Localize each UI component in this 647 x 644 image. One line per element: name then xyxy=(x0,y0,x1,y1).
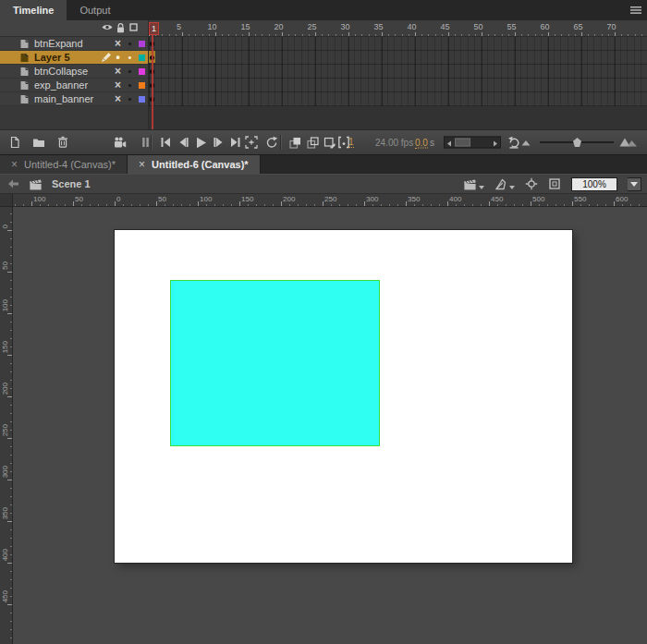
layer-row-exp_banner[interactable]: exp_banner×• xyxy=(0,79,148,92)
layer-pane-empty-area xyxy=(0,106,148,129)
h-ruler-tick xyxy=(239,201,240,206)
frame-number-25: 25 xyxy=(307,22,316,31)
layer-page-icon xyxy=(19,94,30,104)
loop-playback-button[interactable] xyxy=(262,133,282,152)
clip-content-button[interactable] xyxy=(548,177,561,190)
v-ruler-tick xyxy=(7,355,12,356)
layer-row-btncollapse[interactable]: btnCollapse×• xyxy=(0,65,148,79)
frame-number-60: 60 xyxy=(540,22,549,31)
frames-row-btnexpand[interactable] xyxy=(149,37,647,51)
v-ruler-label: 150 xyxy=(1,341,9,353)
close-icon[interactable]: × xyxy=(139,159,145,170)
layer-row-main_banner[interactable]: main_banner×• xyxy=(0,92,148,106)
playhead-line[interactable] xyxy=(152,35,153,129)
h-ruler-label: 400 xyxy=(449,195,461,203)
frames-row-btncollapse[interactable] xyxy=(149,65,647,79)
zoom-dropdown-button[interactable] xyxy=(628,177,641,191)
h-ruler-tick xyxy=(572,201,573,206)
h-ruler-tick xyxy=(489,201,490,206)
frame-size-slider[interactable] xyxy=(540,136,614,149)
layer-row-layer-5[interactable]: Layer 5•• xyxy=(0,51,148,65)
close-icon[interactable]: × xyxy=(11,159,18,170)
layer-name: btnCollapse xyxy=(34,66,100,77)
stage[interactable] xyxy=(115,230,572,563)
outline-all-layers-icon[interactable] xyxy=(129,23,138,31)
v-ruler-tick xyxy=(7,438,12,439)
add-camera-button[interactable] xyxy=(110,133,130,152)
delete-layer-button[interactable] xyxy=(53,133,73,152)
lock-all-layers-icon[interactable] xyxy=(116,23,126,33)
timeline-frame-ruler[interactable]: 1 510152025303540455055606570 xyxy=(149,20,647,37)
h-ruler-tick xyxy=(73,201,74,206)
panel-menu-icon[interactable] xyxy=(629,5,642,16)
edit-symbols-button[interactable] xyxy=(494,178,515,190)
layer-visibility-toggle[interactable]: × xyxy=(112,79,124,91)
layer-outline-swatch[interactable] xyxy=(136,79,148,91)
frames-row-layer-5[interactable] xyxy=(149,51,647,65)
slider-thumb[interactable] xyxy=(573,138,581,147)
h-ruler-label: 50 xyxy=(75,195,83,203)
ruler-corner xyxy=(0,194,13,207)
timeline-scrollbar[interactable] xyxy=(444,137,501,149)
active-layer-pencil-icon xyxy=(100,79,112,91)
layer-lock-toggle[interactable]: • xyxy=(124,92,136,105)
h-ruler-tick xyxy=(614,201,615,206)
flash-timeline-workspace: Timeline Output btnExpand×•Layer 5••btnC xyxy=(0,0,647,644)
vertical-ruler[interactable]: 050100150200250300350400450 xyxy=(0,207,13,644)
v-ruler-label: 250 xyxy=(1,424,9,436)
elapsed-time-value: 0.0 xyxy=(415,138,428,149)
current-frame-field[interactable]: 1 xyxy=(348,137,354,148)
new-layer-button[interactable] xyxy=(5,133,25,152)
back-arrow-icon[interactable] xyxy=(7,178,19,189)
h-ruler-tick xyxy=(406,201,407,206)
h-ruler-tick xyxy=(364,201,365,206)
v-ruler-tick xyxy=(7,272,12,273)
frames-row-main_banner[interactable] xyxy=(149,92,647,106)
new-folder-button[interactable] xyxy=(29,133,49,152)
v-ruler-label: 0 xyxy=(1,225,9,228)
zoom-value: 100% xyxy=(582,179,606,189)
zoom-level-input[interactable]: 100% xyxy=(571,177,617,191)
layer-visibility-toggle[interactable]: × xyxy=(112,92,124,105)
center-frame-button[interactable] xyxy=(241,133,262,152)
show-hide-all-layers-eye-icon[interactable] xyxy=(102,23,113,31)
cyan-rectangle-shape[interactable] xyxy=(170,280,380,446)
parenting-view-button[interactable] xyxy=(135,133,155,152)
h-ruler-tick xyxy=(156,201,157,206)
doc-tab-untitled-6[interactable]: × Untitled-6 (Canvas)* xyxy=(128,155,261,174)
frame-rate-value[interactable]: 24.00 fps xyxy=(375,138,413,148)
tab-output[interactable]: Output xyxy=(67,0,123,20)
layer-outline-swatch[interactable] xyxy=(136,92,148,105)
center-stage-button[interactable] xyxy=(525,177,538,190)
tab-timeline[interactable]: Timeline xyxy=(0,0,67,20)
scrollbar-thumb[interactable] xyxy=(455,139,470,147)
shrink-frame-view-button[interactable] xyxy=(519,133,533,152)
layer-lock-toggle[interactable]: • xyxy=(124,65,136,78)
layer-lock-toggle[interactable]: • xyxy=(124,79,136,91)
layer-visibility-toggle[interactable]: × xyxy=(112,37,124,50)
v-ruler-tick xyxy=(7,313,12,314)
layer-visibility-toggle[interactable]: × xyxy=(112,65,124,78)
v-ruler-tick xyxy=(7,604,12,605)
doc-tab-untitled-4[interactable]: × Untitled-4 (Canvas)* xyxy=(0,155,128,174)
layer-outline-swatch[interactable] xyxy=(136,37,148,50)
layer-outline-swatch[interactable] xyxy=(136,65,148,78)
horizontal-ruler[interactable]: 1005005010015020025030035040045050055060… xyxy=(13,194,647,207)
scroll-right-icon[interactable] xyxy=(494,140,497,146)
h-ruler-tick xyxy=(447,201,448,206)
scene-clapperboard-icon xyxy=(29,178,43,190)
edit-scene-button[interactable] xyxy=(463,178,484,190)
enlarge-frame-view-button[interactable] xyxy=(617,133,640,152)
scroll-left-icon[interactable] xyxy=(447,140,451,146)
layer-visibility-toggle[interactable]: • xyxy=(112,51,124,64)
layer-name: btnExpand xyxy=(34,38,100,49)
layer-lock-toggle[interactable]: • xyxy=(124,51,136,64)
layer-row-btnexpand[interactable]: btnExpand×• xyxy=(0,37,148,51)
elapsed-time-field[interactable]: 0.0s xyxy=(415,138,434,148)
frames-pane[interactable]: 1 510152025303540455055606570 xyxy=(149,20,647,129)
active-layer-pencil-icon xyxy=(100,92,112,105)
layer-lock-toggle[interactable]: • xyxy=(124,37,136,50)
layer-outline-swatch[interactable] xyxy=(136,51,148,64)
playhead-marker[interactable]: 1 xyxy=(149,22,159,35)
frames-row-exp_banner[interactable] xyxy=(149,79,647,92)
